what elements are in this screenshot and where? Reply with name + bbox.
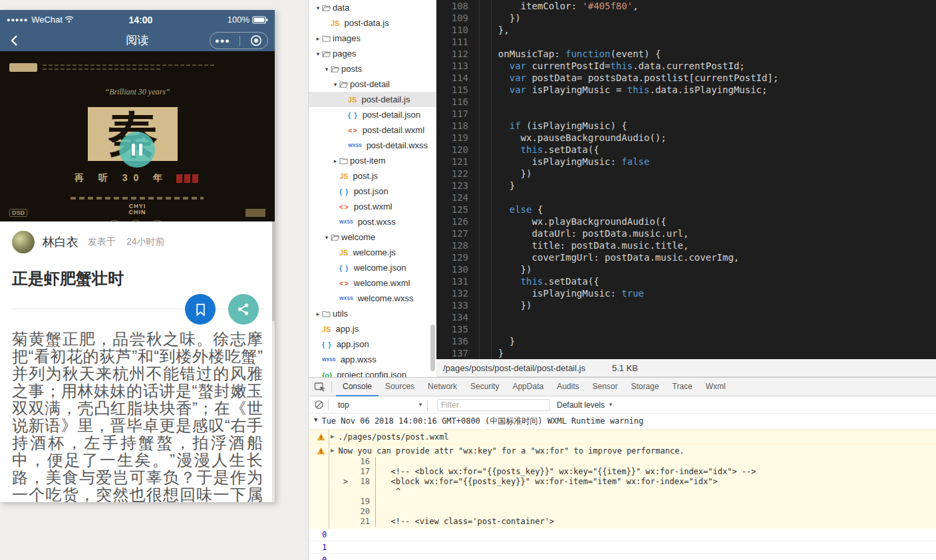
tree-file-post.wxss[interactable]: WXSSpost.wxss — [309, 214, 436, 229]
tree-item-label: app.wxss — [341, 354, 377, 364]
folder-icon — [339, 157, 350, 164]
post-title: 正是虾肥蟹壮时 — [12, 268, 263, 289]
expander-open-icon[interactable]: ▼ — [314, 416, 317, 423]
warning-message-text: Now you can provide attr "wx:key" for a … — [338, 446, 684, 456]
chevron-down-icon: ▼ — [418, 402, 423, 408]
tree-file-post-detail.wxml[interactable]: <>post-detail.wxml — [309, 122, 436, 138]
tree-folder-post-detail[interactable]: ▾post-detail — [309, 76, 436, 92]
tab-sensor[interactable]: Sensor — [586, 378, 625, 396]
cover-subtitle-decor — [71, 197, 204, 200]
tree-file-post.wxml[interactable]: <>post.wxml — [309, 199, 436, 214]
line-number: 122 — [436, 168, 468, 180]
chevron-down-icon[interactable]: ▾ — [323, 234, 331, 241]
tab-wxml[interactable]: Wxml — [699, 378, 732, 396]
code-line-114: 114 var postData= postsData.postlist[cur… — [436, 72, 936, 84]
code-line-127: 127 dataUrl: postData.music.url, — [436, 227, 936, 239]
expander-closed-icon[interactable]: ▶ — [331, 447, 334, 454]
phone-scrollbar[interactable] — [272, 221, 275, 502]
chevron-right-icon[interactable]: ▸ — [314, 35, 322, 42]
code-line-129: 129 coverImgUrl: postData.music.coverImg… — [436, 251, 936, 263]
chevron-down-icon[interactable]: ▾ — [331, 81, 339, 88]
code-line-118: 118 if (isPlayingMusic) { — [436, 120, 936, 132]
tree-item-label: app.js — [335, 324, 359, 334]
tree-file-app.js[interactable]: JSapp.js — [309, 321, 436, 337]
expander-closed-icon[interactable]: ▶ — [331, 433, 334, 440]
config-file-icon: {o} — [322, 371, 332, 378]
code-line-116: 116 — [436, 96, 936, 108]
tree-folder-pages[interactable]: ▾pages — [309, 46, 436, 61]
devtools-tab-bar: ConsoleSourcesNetworkSecurityAppDataAudi… — [309, 378, 936, 396]
folder-icon — [322, 35, 333, 42]
tree-folder-utils[interactable]: ▸utils — [309, 306, 436, 321]
code-line-117: 117 — [436, 108, 936, 120]
phone-screen: ●●●●● WeChat 14:00 100% — [0, 10, 275, 502]
wxss-file-icon: WXSS — [339, 219, 353, 224]
wxml-file-icon: <> — [339, 203, 349, 211]
tree-file-app.wxss[interactable]: WXSSapp.wxss — [309, 352, 436, 367]
warning-row-message: ▶ Now you can provide attr "wx:key" for … — [309, 444, 936, 529]
line-number: 135 — [436, 323, 468, 335]
indent-guide — [491, 0, 492, 359]
tree-folder-post-item[interactable]: ▸post-item — [309, 153, 436, 168]
cover-fineprint-decor — [43, 65, 216, 66]
tree-file-post.json[interactable]: { }post.json — [309, 184, 436, 199]
tree-folder-posts[interactable]: ▾posts — [309, 61, 436, 76]
tree-file-welcome.json[interactable]: { }welcome.json — [309, 260, 436, 275]
tree-file-post-detail.json[interactable]: { }post-detail.json — [309, 107, 436, 122]
tab-security[interactable]: Security — [464, 378, 506, 396]
author-avatar[interactable] — [12, 231, 35, 253]
code-editor[interactable]: 108 itemColor: '#405f80',109 })110 },111… — [436, 0, 936, 359]
console-filter-input[interactable] — [437, 399, 550, 411]
tab-sources[interactable]: Sources — [379, 378, 421, 396]
tab-console[interactable]: Console — [336, 378, 379, 396]
chevron-down-icon: ▼ — [608, 402, 613, 408]
line-number: 117 — [436, 108, 468, 120]
chevron-right-icon[interactable]: ▸ — [314, 311, 322, 317]
chevron-right-icon[interactable]: ▸ — [331, 158, 339, 164]
warning-group: ▶ ./pages/posts/post.wxml ▶ Now you can … — [309, 430, 936, 529]
chevron-down-icon[interactable]: ▾ — [314, 5, 322, 11]
line-number: 111 — [436, 36, 468, 48]
tree-file-welcome.js[interactable]: JSwelcome.js — [309, 245, 436, 260]
log-levels-selector[interactable]: Default levels▼ — [557, 400, 613, 410]
clear-console-icon[interactable] — [314, 400, 324, 410]
tree-file-app.json[interactable]: { }app.json — [309, 337, 436, 352]
tree-item-label: post.wxml — [354, 202, 392, 211]
tree-item-label: post-data.js — [344, 18, 389, 28]
line-number: 126 — [436, 215, 468, 227]
folder-icon — [331, 65, 341, 72]
tab-trace[interactable]: Trace — [666, 378, 699, 396]
chevron-down-icon[interactable]: ▾ — [323, 66, 331, 72]
tree-file-project.config.json[interactable]: {o}project.config.json — [309, 367, 436, 377]
tab-appdata[interactable]: AppData — [506, 378, 550, 396]
tree-folder-welcome[interactable]: ▾welcome — [309, 229, 436, 245]
tab-audits[interactable]: Audits — [550, 378, 585, 396]
line-number: 132 — [436, 287, 468, 299]
chevron-down-icon[interactable]: ▾ — [314, 51, 322, 57]
line-number: 133 — [436, 299, 468, 311]
console-log-value: 0 — [309, 529, 936, 541]
tree-item-label: post.js — [353, 171, 378, 181]
tree-file-welcome.wxml[interactable]: <>welcome.wxml — [309, 275, 436, 291]
share-button[interactable] — [228, 294, 259, 325]
tab-storage[interactable]: Storage — [625, 378, 666, 396]
tree-file-welcome.wxss[interactable]: WXSSwelcome.wxss — [309, 291, 436, 306]
more-menu-button[interactable]: ●●● — [215, 37, 230, 44]
tree-item-label: post-detail.wxss — [367, 140, 428, 150]
tree-file-post-detail.wxss[interactable]: WXSSpost-detail.wxss — [309, 138, 436, 153]
inspect-element-icon[interactable] — [314, 381, 326, 392]
exit-circle-button[interactable] — [249, 34, 263, 47]
file-tree-scrollbar[interactable] — [430, 325, 435, 371]
tree-file-post.js[interactable]: JSpost.js — [309, 168, 436, 184]
tree-folder-data[interactable]: ▾data — [309, 0, 436, 15]
folder-icon — [339, 80, 350, 88]
tab-network[interactable]: Network — [421, 378, 464, 396]
cover-stamp-decor — [9, 63, 37, 72]
tree-file-post-detail.js[interactable]: JSpost-detail.js — [309, 92, 436, 107]
tree-folder-images[interactable]: ▸images — [309, 31, 436, 46]
tree-item-label: app.json — [337, 339, 369, 349]
music-pause-button[interactable] — [119, 132, 155, 168]
context-selector[interactable]: top▼ — [338, 400, 423, 410]
tree-file-post-data.js[interactable]: JSpost-data.js — [309, 15, 436, 31]
bookmark-button[interactable] — [185, 294, 216, 325]
